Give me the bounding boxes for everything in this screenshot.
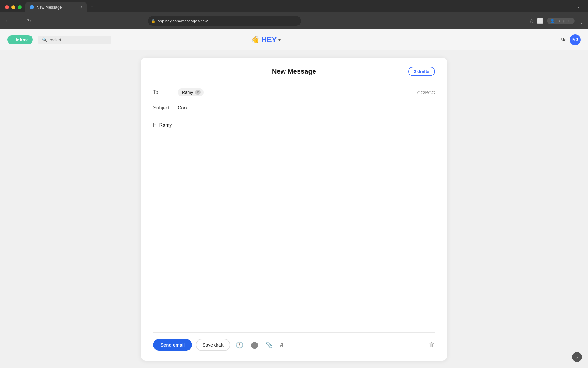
compose-footer: Send email Save draft 🕐 ⬤ 📎 A 🗑 — [153, 332, 435, 351]
tab-more-button[interactable]: ⌄ — [575, 2, 586, 10]
refresh-button[interactable]: ↻ — [26, 17, 32, 25]
to-label: To — [153, 90, 178, 95]
tab-title: New Message — [36, 5, 78, 10]
new-tab-button[interactable]: + — [88, 3, 96, 12]
browser-more-icon[interactable]: ⋮ — [578, 17, 584, 25]
url-text: app.hey.com/messages/new — [157, 19, 208, 23]
browser-toolbar-right: ☆ ⬜ 👤 Incognito ⋮ — [529, 17, 584, 25]
incognito-icon: 👤 — [550, 19, 555, 23]
text-cursor — [172, 122, 172, 128]
hey-wave-icon: 👋 — [251, 36, 259, 44]
avatar[interactable]: MJ — [570, 34, 581, 45]
tab-close-button[interactable]: × — [80, 5, 82, 9]
subject-value: Cool — [178, 105, 188, 111]
recipient-remove-button[interactable]: ✕ — [195, 90, 201, 95]
schedule-icon[interactable]: 🕐 — [234, 339, 245, 351]
recipient-name: Ramy — [182, 90, 193, 95]
app-nav: ‹ Inbox 🔍 rocket 👋 HEY ▾ Me MJ — [0, 29, 588, 50]
subject-label: Subject — [153, 105, 178, 111]
attach-icon[interactable]: 📎 — [264, 340, 274, 350]
drafts-button[interactable]: 2 drafts — [408, 67, 435, 76]
inbox-button[interactable]: ‹ Inbox — [7, 35, 33, 44]
compose-card: New Message 2 drafts To Ramy ✕ CC/BCC Su… — [141, 58, 447, 361]
me-label: Me — [561, 37, 567, 42]
recipient-tag: Ramy ✕ — [178, 88, 204, 96]
tab-favicon — [30, 5, 34, 9]
url-bar[interactable]: 🔒 app.hey.com/messages/new — [148, 16, 301, 26]
incognito-label: Incognito — [556, 19, 571, 23]
address-bar: ← → ↻ 🔒 app.hey.com/messages/new ☆ ⬜ 👤 I… — [0, 12, 588, 29]
search-bar[interactable]: 🔍 rocket — [38, 36, 111, 44]
split-view-icon[interactable]: ⬜ — [537, 18, 543, 24]
hey-logo[interactable]: 👋 HEY ▾ — [251, 35, 281, 44]
save-draft-button[interactable]: Save draft — [196, 339, 230, 351]
user-area: Me MJ — [561, 34, 581, 45]
main-content: New Message 2 drafts To Ramy ✕ CC/BCC Su… — [0, 50, 588, 368]
hey-chevron-icon: ▾ — [278, 37, 281, 42]
compose-title: New Message — [272, 67, 316, 75]
search-text: rocket — [50, 37, 61, 42]
active-tab[interactable]: New Message × — [25, 2, 87, 12]
window-close-button[interactable] — [5, 5, 9, 9]
window-maximize-button[interactable] — [18, 5, 22, 9]
incognito-badge: 👤 Incognito — [547, 18, 575, 24]
hey-logo-text: HEY — [261, 35, 277, 44]
lock-icon: 🔒 — [151, 19, 156, 23]
app-wrapper: ‹ Inbox 🔍 rocket 👋 HEY ▾ Me MJ New Messa… — [0, 29, 588, 368]
emoji-reactions-icon[interactable]: ⬤ — [249, 339, 260, 351]
inbox-label: Inbox — [16, 37, 28, 42]
compose-header: New Message 2 drafts — [153, 67, 435, 75]
compose-body[interactable]: Hi Ramy — [153, 115, 435, 332]
window-minimize-button[interactable] — [11, 5, 15, 9]
format-text-icon[interactable]: A — [278, 340, 285, 350]
inbox-arrow-icon: ‹ — [12, 37, 14, 42]
cc-bcc-button[interactable]: CC/BCC — [417, 90, 435, 95]
body-text: Hi Ramy — [153, 122, 172, 128]
to-row: To Ramy ✕ CC/BCC — [153, 84, 435, 101]
help-button[interactable]: ? — [572, 352, 582, 362]
forward-button[interactable]: → — [15, 17, 22, 25]
window-controls — [5, 5, 22, 9]
delete-button[interactable]: 🗑 — [429, 341, 435, 348]
subject-row: Subject Cool — [153, 101, 435, 115]
send-button[interactable]: Send email — [153, 339, 192, 351]
back-button[interactable]: ← — [4, 17, 11, 25]
search-icon: 🔍 — [42, 37, 47, 42]
bookmark-icon[interactable]: ☆ — [529, 18, 533, 24]
